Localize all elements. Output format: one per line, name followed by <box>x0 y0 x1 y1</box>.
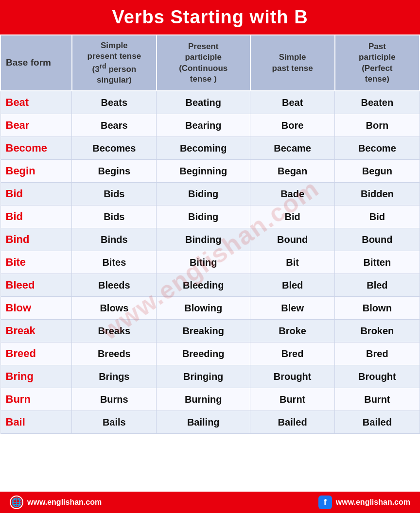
verb-cell: Bids <box>72 183 157 205</box>
verb-cell: Bailed <box>250 411 335 434</box>
verb-cell: Began <box>250 160 335 183</box>
col-header-base: Base form <box>0 35 72 91</box>
base-form-cell: Bind <box>0 228 72 251</box>
verb-cell: Bitten <box>335 251 420 274</box>
verb-cell: Brought <box>335 365 420 388</box>
base-form-cell: Bite <box>0 251 72 274</box>
footer-right: f www.englishan.com <box>318 496 410 509</box>
verb-cell: Bears <box>72 114 157 137</box>
verb-cell: Burns <box>72 388 157 411</box>
base-form-cell: Bear <box>0 114 72 137</box>
footer-left-url: www.englishan.com <box>27 498 102 507</box>
verb-cell: Becomes <box>72 137 157 160</box>
table-row: BidBidsBidingBadeBidden <box>0 183 420 205</box>
base-form-cell: Bid <box>0 183 72 205</box>
table-row: BecomeBecomesBecomingBecameBecome <box>0 137 420 160</box>
verb-cell: Begun <box>335 160 420 183</box>
base-form-cell: Bid <box>0 205 72 228</box>
verb-cell: Bound <box>335 228 420 251</box>
verb-cell: Bred <box>250 342 335 365</box>
verb-cell: Bails <box>72 411 157 434</box>
base-form-cell: Bleed <box>0 274 72 297</box>
table-row: BailBailsBailingBailedBailed <box>0 411 420 434</box>
globe-icon: 🌐 <box>10 496 23 509</box>
verb-cell: Bled <box>250 274 335 297</box>
verb-cell: Blown <box>335 297 420 320</box>
verb-cell: Bidden <box>335 183 420 205</box>
verb-cell: Bearing <box>157 114 250 137</box>
facebook-icon: f <box>318 496 332 509</box>
verb-cell: Bites <box>72 251 157 274</box>
table-row: BeginBeginsBeginningBeganBegun <box>0 160 420 183</box>
verb-cell: Bleeds <box>72 274 157 297</box>
verb-cell: Burnt <box>250 388 335 411</box>
footer: 🌐 www.englishan.com f www.englishan.com <box>0 492 420 513</box>
verb-cell: Binds <box>72 228 157 251</box>
verb-cell: Born <box>335 114 420 137</box>
verb-cell: Broke <box>250 320 335 342</box>
verb-cell: Biding <box>157 183 250 205</box>
verb-cell: Bailing <box>157 411 250 434</box>
table-row: BurnBurnsBurningBurntBurnt <box>0 388 420 411</box>
table-header-row: Base form Simplepresent tense(3rd person… <box>0 35 420 91</box>
verb-cell: Beaten <box>335 91 420 114</box>
verb-cell: Beginning <box>157 160 250 183</box>
col-header-simple-past: Simplepast tense <box>250 35 335 91</box>
table-row: BiteBitesBitingBitBitten <box>0 251 420 274</box>
page-wrapper: www.englishan.com Verbs Starting with B … <box>0 0 420 513</box>
verb-cell: Bailed <box>335 411 420 434</box>
table-row: BeatBeatsBeatingBeatBeaten <box>0 91 420 114</box>
page-title: Verbs Starting with B <box>5 7 415 28</box>
verb-cell: Beating <box>157 91 250 114</box>
base-form-cell: Bring <box>0 365 72 388</box>
table-row: BindBindsBindingBoundBound <box>0 228 420 251</box>
base-form-cell: Breed <box>0 342 72 365</box>
base-form-cell: Burn <box>0 388 72 411</box>
verb-cell: Breeds <box>72 342 157 365</box>
footer-right-url: www.englishan.com <box>336 498 410 507</box>
verb-cell: Becoming <box>157 137 250 160</box>
verb-cell: Biting <box>157 251 250 274</box>
verb-cell: Beat <box>250 91 335 114</box>
table-row: BlowBlowsBlowingBlewBlown <box>0 297 420 320</box>
base-form-cell: Bail <box>0 411 72 434</box>
verb-cell: Beats <box>72 91 157 114</box>
verb-cell: Breeding <box>157 342 250 365</box>
base-form-cell: Beat <box>0 91 72 114</box>
verb-cell: Breaking <box>157 320 250 342</box>
verb-cell: Blew <box>250 297 335 320</box>
verb-cell: Brought <box>250 365 335 388</box>
verb-cell: Blowing <box>157 297 250 320</box>
table-row: BleedBleedsBleedingBledBled <box>0 274 420 297</box>
verb-cell: Become <box>335 137 420 160</box>
verb-cell: Bleeding <box>157 274 250 297</box>
verb-cell: Bred <box>335 342 420 365</box>
verb-cell: Bade <box>250 183 335 205</box>
base-form-cell: Blow <box>0 297 72 320</box>
table-row: BreakBreaksBreakingBrokeBroken <box>0 320 420 342</box>
verb-cell: Breaks <box>72 320 157 342</box>
verb-cell: Bids <box>72 205 157 228</box>
col-header-past-participle: Pastparticiple(Perfecttense) <box>335 35 420 91</box>
table-container: Base form Simplepresent tense(3rd person… <box>0 34 420 492</box>
verb-cell: Bid <box>250 205 335 228</box>
verbs-table: Base form Simplepresent tense(3rd person… <box>0 34 420 434</box>
verb-cell: Binding <box>157 228 250 251</box>
footer-left: 🌐 www.englishan.com <box>10 496 102 509</box>
verb-cell: Burning <box>157 388 250 411</box>
verb-cell: Begins <box>72 160 157 183</box>
verb-cell: Bit <box>250 251 335 274</box>
verb-cell: Broken <box>335 320 420 342</box>
verb-cell: Blows <box>72 297 157 320</box>
table-row: BidBidsBidingBidBid <box>0 205 420 228</box>
base-form-cell: Begin <box>0 160 72 183</box>
base-form-cell: Break <box>0 320 72 342</box>
verb-cell: Bound <box>250 228 335 251</box>
verb-cell: Became <box>250 137 335 160</box>
table-body: BeatBeatsBeatingBeatBeatenBearBearsBeari… <box>0 91 420 434</box>
table-row: BreedBreedsBreedingBredBred <box>0 342 420 365</box>
table-row: BearBearsBearingBoreBorn <box>0 114 420 137</box>
verb-cell: Brings <box>72 365 157 388</box>
verb-cell: Bringing <box>157 365 250 388</box>
col-header-present-participle: Presentparticiple(Continuoustense ) <box>157 35 250 91</box>
